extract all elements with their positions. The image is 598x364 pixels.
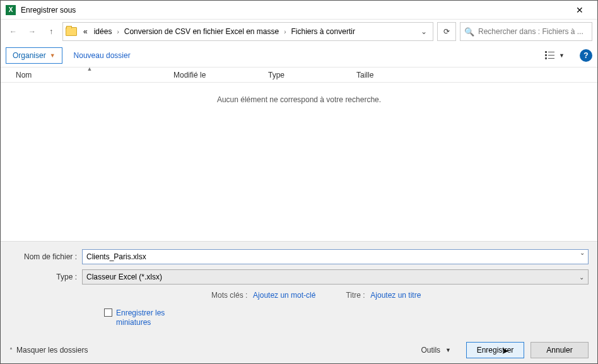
title-meta-link[interactable]: Ajoutez un titre — [370, 291, 421, 300]
tools-label: Outils — [421, 346, 440, 355]
breadcrumb-prefix: « — [81, 26, 90, 37]
breadcrumb-item[interactable]: Fichiers à convertir — [289, 26, 358, 37]
chevron-right-icon[interactable]: › — [115, 28, 120, 35]
empty-message: Aucun élément ne correspond à votre rech… — [1, 83, 597, 104]
excel-app-icon — [6, 5, 16, 15]
organize-button[interactable]: Organiser ▼ — [6, 47, 62, 64]
tools-menu[interactable]: Outils ▼ — [421, 346, 451, 355]
chevron-right-icon[interactable]: › — [283, 28, 287, 35]
title-meta-label: Titre : — [346, 291, 365, 300]
chevron-up-icon: ˄ — [9, 347, 13, 354]
search-input[interactable]: 🔍 Rechercher dans : Fichiers à ... — [460, 22, 592, 41]
breadcrumb-item[interactable]: idées — [91, 26, 115, 37]
svg-rect-2 — [545, 54, 547, 56]
svg-rect-3 — [548, 55, 554, 56]
chevron-down-icon: ▼ — [559, 52, 565, 59]
filetype-label: Type : — [9, 273, 82, 281]
chevron-down-icon: ⌄ — [579, 274, 584, 281]
folder-icon — [66, 27, 77, 36]
column-header-type[interactable]: Type — [263, 71, 351, 79]
keywords-label: Mots clés : — [211, 291, 247, 300]
column-header-modified[interactable]: Modifié le — [168, 71, 263, 79]
close-button[interactable]: ✕ — [567, 1, 592, 20]
search-icon: 🔍 — [464, 27, 474, 37]
nav-up-button[interactable]: ↑ — [44, 24, 59, 39]
organize-label: Organiser — [13, 51, 46, 60]
chevron-down-icon: ▼ — [50, 52, 56, 59]
cancel-button[interactable]: Annuler — [531, 342, 589, 358]
keywords-link[interactable]: Ajoutez un mot-clé — [253, 291, 315, 300]
svg-rect-4 — [545, 57, 547, 59]
view-options-button[interactable]: ▼ — [541, 50, 568, 61]
column-header-size[interactable]: Taille — [351, 71, 414, 79]
filetype-value: Classeur Excel (*.xlsx) — [86, 273, 162, 281]
chevron-down-icon: ▼ — [445, 347, 451, 353]
save-button[interactable]: Enregistrer — [466, 342, 524, 358]
svg-rect-1 — [548, 52, 554, 52]
sort-asc-icon: ▲ — [87, 66, 93, 72]
breadcrumb-item[interactable]: Conversion de CSV en fichier Excel en ma… — [122, 26, 281, 37]
thumbnails-checkbox[interactable] — [104, 308, 112, 317]
thumbnails-label[interactable]: Enregistrer les miniatures — [116, 308, 173, 327]
refresh-button[interactable]: ⟳ — [437, 22, 456, 41]
address-bar[interactable]: « idées › Conversion de CSV en fichier E… — [62, 22, 433, 41]
svg-rect-5 — [548, 58, 554, 59]
filetype-combo[interactable]: Classeur Excel (*.xlsx) ⌄ — [82, 269, 589, 285]
window-title: Enregistrer sous — [21, 6, 567, 15]
filename-label: Nom de fichier : — [9, 252, 82, 261]
chevron-down-icon[interactable]: ⌄ — [580, 249, 585, 256]
file-list-area: Aucun élément ne correspond à votre rech… — [1, 83, 597, 247]
hide-folders-label: Masquer les dossiers — [16, 346, 88, 355]
help-button[interactable]: ? — [580, 49, 592, 62]
column-header-name[interactable]: Nom ▲ — [11, 71, 168, 79]
search-placeholder: Rechercher dans : Fichiers à ... — [478, 27, 583, 36]
svg-rect-0 — [545, 51, 547, 53]
view-list-icon — [545, 51, 556, 60]
nav-back-button[interactable]: ← — [6, 24, 21, 39]
filename-input[interactable] — [82, 249, 589, 264]
nav-forward-button[interactable]: → — [25, 24, 40, 39]
address-dropdown[interactable]: ⌄ — [418, 24, 430, 39]
new-folder-button[interactable]: Nouveau dossier — [74, 51, 131, 60]
hide-folders-toggle[interactable]: ˄ Masquer les dossiers — [9, 346, 88, 355]
